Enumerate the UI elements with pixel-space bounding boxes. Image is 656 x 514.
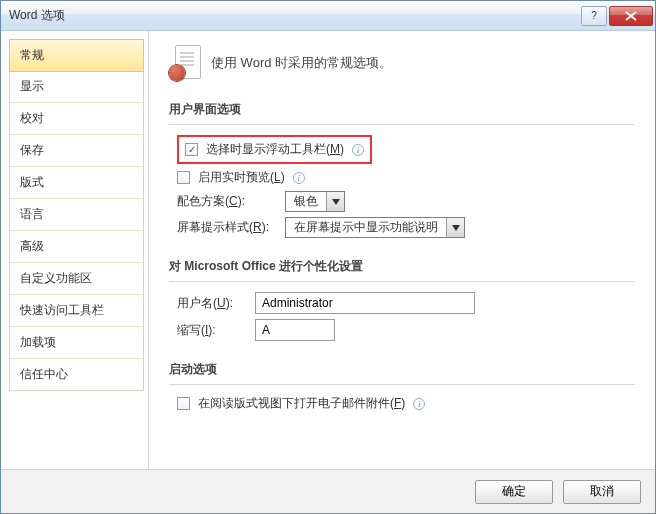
sidebar-item-display[interactable]: 显示	[10, 71, 143, 103]
sidebar-item-trust[interactable]: 信任中心	[10, 359, 143, 390]
open-attachments-label: 在阅读版式视图下打开电子邮件附件(F)	[198, 395, 405, 412]
chevron-down-icon	[446, 218, 464, 237]
initials-input[interactable]	[255, 319, 335, 341]
colorscheme-label: 配色方案(C):	[177, 193, 277, 210]
chevron-down-icon	[326, 192, 344, 211]
screentip-label: 屏幕提示样式(R):	[177, 219, 277, 236]
category-sidebar: 常规 显示 校对 保存 版式 语言 高级 自定义功能区 快速访问工具栏 加载项 …	[1, 31, 149, 469]
colorscheme-select[interactable]: 银色	[285, 191, 345, 212]
username-label: 用户名(U):	[177, 295, 247, 312]
header-description: 使用 Word 时采用的常规选项。	[211, 54, 392, 72]
info-icon[interactable]: i	[352, 144, 364, 156]
cancel-button[interactable]: 取消	[563, 480, 641, 504]
ok-button[interactable]: 确定	[475, 480, 553, 504]
sidebar-item-advanced[interactable]: 高级	[10, 231, 143, 263]
livepreview-label: 启用实时预览(L)	[198, 169, 285, 186]
section-ui-title: 用户界面选项	[169, 95, 635, 125]
general-options-icon	[169, 45, 201, 81]
screentip-select[interactable]: 在屏幕提示中显示功能说明	[285, 217, 465, 238]
livepreview-checkbox[interactable]	[177, 171, 190, 184]
help-icon: ?	[591, 10, 597, 21]
username-input[interactable]	[255, 292, 475, 314]
sidebar-item-proofing[interactable]: 校对	[10, 103, 143, 135]
info-icon[interactable]: i	[413, 398, 425, 410]
sidebar-item-save[interactable]: 保存	[10, 135, 143, 167]
close-icon	[625, 11, 637, 21]
section-personalize-title: 对 Microsoft Office 进行个性化设置	[169, 252, 635, 282]
minitoolbar-label: 选择时显示浮动工具栏(M)	[206, 141, 344, 158]
dialog-footer: 确定 取消	[1, 469, 655, 513]
content-pane: 使用 Word 时采用的常规选项。 用户界面选项 选择时显示浮动工具栏(M) i…	[149, 31, 655, 469]
sidebar-item-customize-ribbon[interactable]: 自定义功能区	[10, 263, 143, 295]
help-button[interactable]: ?	[581, 6, 607, 26]
open-attachments-checkbox[interactable]	[177, 397, 190, 410]
close-button[interactable]	[609, 6, 653, 26]
initials-label: 缩写(I):	[177, 322, 247, 339]
window-title: Word 选项	[9, 7, 581, 24]
sidebar-item-addins[interactable]: 加载项	[10, 327, 143, 359]
minitoolbar-checkbox[interactable]	[185, 143, 198, 156]
sidebar-item-qat[interactable]: 快速访问工具栏	[10, 295, 143, 327]
highlighted-option: 选择时显示浮动工具栏(M) i	[177, 135, 372, 164]
info-icon[interactable]: i	[293, 172, 305, 184]
sidebar-item-language[interactable]: 语言	[10, 199, 143, 231]
sidebar-item-layout[interactable]: 版式	[10, 167, 143, 199]
titlebar[interactable]: Word 选项 ?	[1, 1, 655, 31]
sidebar-item-general[interactable]: 常规	[9, 39, 144, 72]
options-dialog: Word 选项 ? 常规 显示 校对 保存 版式 语言 高级 自定义功能区 快速…	[0, 0, 656, 514]
section-startup-title: 启动选项	[169, 355, 635, 385]
